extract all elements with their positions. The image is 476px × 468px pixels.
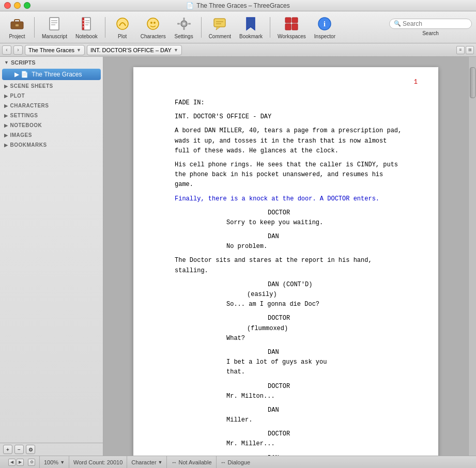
toolbar-sep-3 [201, 17, 202, 38]
svg-point-18 [153, 22, 156, 24]
status-nav-section: ◀ ▶ ⚙ [4, 456, 40, 468]
comment-label: Comment [209, 34, 231, 39]
svg-rect-23 [177, 23, 180, 24]
status-settings-button[interactable]: ⚙ [28, 459, 35, 466]
sidebar-item-images[interactable]: ▶ IMAGES [0, 130, 103, 139]
project-button[interactable]: Project [4, 13, 30, 41]
search-box[interactable]: 🔍 [389, 19, 472, 29]
char-doctor-3: DOCTOR [268, 382, 407, 392]
sidebar-bottom-buttons: + − ⚙ [0, 443, 103, 456]
status-next-button[interactable]: ▶ [17, 459, 24, 466]
comment-button[interactable]: Comment [206, 13, 234, 41]
plot-button[interactable]: Plot [110, 13, 135, 41]
dial-doctor-3: Mr. Milton... [226, 392, 366, 401]
characters-chevron-icon: ▶ [4, 103, 8, 108]
status-value-2: ↔ Dialogue [221, 459, 250, 465]
search-magnifier-icon: 🔍 [394, 20, 401, 27]
svg-marker-29 [247, 18, 255, 30]
zoom-section: 100% ▼ [40, 456, 69, 468]
sidebar-item-plot[interactable]: ▶ PLOT [0, 90, 103, 100]
script-icon: ▶ 📄 [14, 71, 28, 78]
bookmark-button[interactable]: Bookmark [236, 13, 266, 41]
minimize-button[interactable] [14, 2, 21, 9]
action-1: A bored DAN MILLER, 40, tears a page fro… [175, 126, 407, 156]
script-block-action4: The Doctor sits and stares at the report… [175, 256, 407, 275]
add-item-button[interactable]: + [3, 445, 12, 454]
script-block-doctor3: DOCTOR Mr. Milton... [175, 382, 407, 401]
settings-chevron-icon: ▶ [4, 113, 8, 118]
svg-text:i: i [324, 20, 326, 28]
svg-marker-26 [216, 27, 220, 30]
forward-button[interactable]: › [13, 45, 23, 55]
sidebar-item-scene-sheets[interactable]: ▶ SCENE SHEETS [0, 81, 103, 90]
svg-rect-24 [188, 23, 191, 24]
workspaces-button[interactable]: Workspaces [274, 13, 309, 41]
scroll-thumb[interactable] [470, 67, 475, 98]
element-type-arrow-icon: ▼ [158, 460, 163, 465]
list-view-button[interactable]: ≡ [456, 46, 465, 54]
zoom-selector[interactable]: 100% ▼ [44, 459, 65, 465]
settings-small-button[interactable]: ⚙ [26, 445, 35, 454]
dial-dan-4: Miller. [226, 415, 366, 425]
svg-point-20 [182, 22, 185, 25]
window-title: 📄 The Three Graces – ThreeGraces [186, 2, 289, 9]
main-area: ▼ SCRIPTS ▶ 📄 The Three Graces ▶ SCENE S… [0, 57, 476, 456]
script-block-doctor4: DOCTOR Mr. Miller... [175, 429, 407, 449]
action-4: The Doctor sits and stares at the report… [175, 256, 407, 275]
scene-dropdown[interactable]: INT. DOCTOR'S OFFICE – DAY ▼ [87, 45, 182, 55]
svg-point-16 [147, 18, 159, 29]
characters-button[interactable]: Characters [137, 13, 169, 41]
toolbar-sep-1 [34, 17, 35, 38]
search-section: 🔍 Search [389, 19, 472, 36]
dial-doctor-2: What? [226, 334, 366, 344]
svg-rect-33 [292, 18, 298, 23]
zoom-value: 100% [44, 459, 58, 465]
dial-doctor-4: Mr. Miller... [226, 439, 366, 449]
sidebar-item-bookmarks[interactable]: ▶ BOOKMARKS [0, 139, 103, 149]
characters-icon [145, 15, 161, 32]
search-input[interactable] [403, 20, 470, 27]
notebook-button[interactable]: Notebook [72, 13, 101, 41]
status-value-1: ↔ Not Available [171, 459, 211, 465]
script-block-scene: INT. DOCTOR'S OFFICE - DAY [175, 112, 407, 122]
script-dropdown[interactable]: The Three Graces ▼ [25, 45, 85, 55]
sidebar-item-threegraces[interactable]: ▶ 📄 The Three Graces [2, 69, 101, 80]
plot-chevron-icon: ▶ [4, 93, 8, 99]
back-button[interactable]: ‹ [2, 45, 11, 55]
status-prev-button[interactable]: ◀ [8, 459, 16, 466]
window-controls[interactable] [4, 2, 30, 9]
page-number: 1 [414, 77, 418, 87]
sidebar-item-notebook[interactable]: ▶ NOTEBOOK [0, 120, 103, 130]
bookmark-icon [242, 15, 259, 32]
close-button[interactable] [4, 2, 11, 9]
sidebar-item-characters[interactable]: ▶ CHARACTERS [0, 100, 103, 110]
dial-dan-3: I bet a lot of guys ask youthat. [226, 357, 366, 377]
sidebar-item-settings[interactable]: ▶ SETTINGS [0, 110, 103, 120]
maximize-button[interactable] [24, 2, 30, 9]
script-block-dan2: DAN (CONT'D) (easily) So... am I gonna d… [175, 280, 407, 310]
nav-bar: ‹ › The Three Graces ▼ INT. DOCTOR'S OFF… [0, 43, 476, 57]
scripts-header[interactable]: ▼ SCRIPTS [0, 57, 103, 68]
settings-button[interactable]: Settings [171, 13, 197, 41]
right-scrollbar[interactable] [468, 57, 476, 456]
char-doctor-2: DOCTOR [268, 314, 407, 323]
remove-item-button[interactable]: − [14, 445, 24, 454]
svg-rect-3 [50, 18, 59, 30]
fade-in: FADE IN: [175, 98, 407, 108]
element-type-selector[interactable]: Character ▼ [131, 459, 162, 465]
notebook-chevron-icon: ▶ [4, 123, 8, 128]
dial-dan-2: So... am I gonna die Doc? [226, 300, 366, 309]
inspector-label: Inspector [314, 34, 335, 39]
script-block-action3: Finally, there is a knock at the door. A… [175, 194, 407, 204]
inspector-button[interactable]: i Inspector [311, 13, 339, 41]
char-dan-3: DAN [268, 348, 407, 357]
scene-sheets-chevron-icon: ▶ [4, 84, 8, 89]
script-area: 1 FADE IN: INT. DOCTOR'S OFFICE - DAY A … [103, 57, 468, 456]
settings-label: Settings [175, 34, 193, 39]
notebook-label: Notebook [75, 34, 98, 39]
grid-view-button[interactable]: ⊞ [466, 46, 474, 54]
svg-rect-2 [16, 24, 19, 26]
manuscript-button[interactable]: Manuscript [39, 13, 70, 41]
script-block-action1: A bored DAN MILLER, 40, tears a page fro… [175, 126, 407, 156]
bookmarks-chevron-icon: ▶ [4, 143, 8, 148]
